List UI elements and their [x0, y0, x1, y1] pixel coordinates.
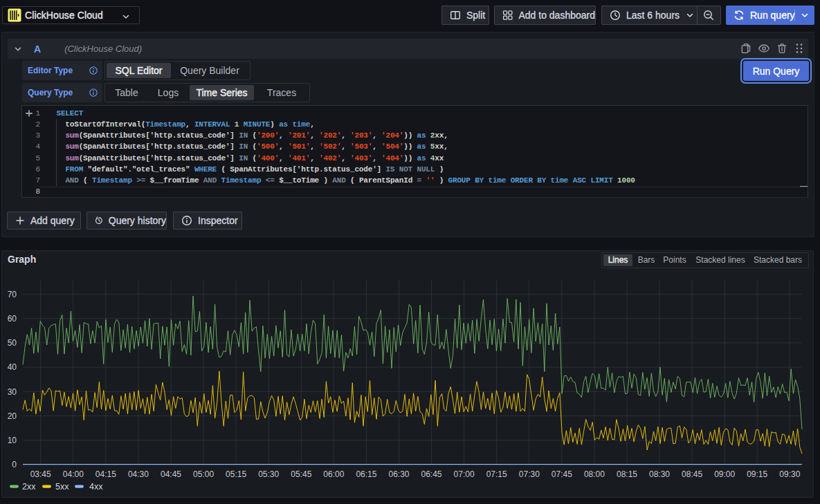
svg-text:50: 50: [8, 338, 17, 348]
svg-text:04:00: 04:00: [63, 469, 84, 479]
svg-text:07:00: 07:00: [454, 469, 475, 479]
svg-text:08:45: 08:45: [682, 469, 702, 479]
svg-text:04:45: 04:45: [161, 469, 181, 479]
svg-text:20: 20: [8, 411, 17, 421]
svg-text:08:15: 08:15: [617, 469, 637, 479]
svg-text:09:30: 09:30: [779, 469, 800, 479]
svg-text:03:45: 03:45: [30, 469, 51, 479]
svg-text:08:00: 08:00: [584, 469, 605, 479]
svg-text:10: 10: [8, 436, 17, 445]
svg-text:06:00: 06:00: [323, 469, 344, 479]
svg-text:0: 0: [12, 460, 17, 469]
svg-text:07:45: 07:45: [552, 469, 572, 479]
svg-text:5xx: 5xx: [55, 482, 69, 492]
svg-text:09:00: 09:00: [714, 469, 735, 479]
svg-text:07:15: 07:15: [486, 469, 507, 479]
svg-text:05:30: 05:30: [258, 469, 279, 479]
svg-text:60: 60: [8, 314, 17, 324]
svg-text:06:30: 06:30: [388, 469, 409, 479]
svg-text:4xx: 4xx: [89, 482, 103, 492]
svg-text:2xx: 2xx: [22, 482, 36, 492]
svg-text:06:45: 06:45: [421, 469, 441, 479]
svg-text:05:15: 05:15: [226, 469, 246, 479]
svg-text:40: 40: [8, 362, 17, 372]
svg-text:70: 70: [8, 290, 17, 299]
svg-text:30: 30: [8, 387, 17, 397]
svg-text:06:15: 06:15: [356, 469, 376, 479]
svg-text:07:30: 07:30: [519, 469, 540, 479]
svg-text:04:30: 04:30: [128, 469, 149, 479]
svg-text:05:00: 05:00: [193, 469, 214, 479]
svg-text:04:15: 04:15: [95, 469, 116, 479]
svg-text:08:30: 08:30: [649, 469, 670, 479]
svg-text:09:15: 09:15: [747, 469, 767, 479]
svg-text:05:45: 05:45: [291, 469, 311, 479]
